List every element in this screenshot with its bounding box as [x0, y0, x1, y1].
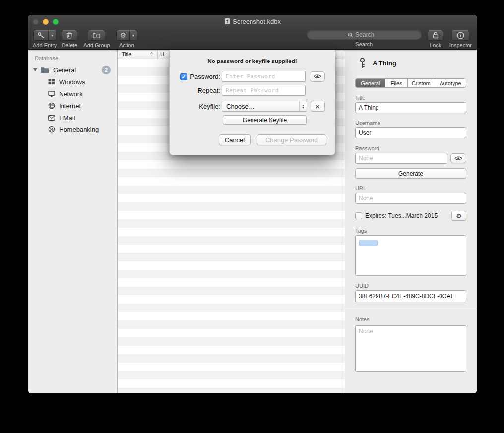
- password-field-label: Password: [355, 145, 466, 151]
- info-icon: [457, 32, 464, 39]
- envelope-icon: [48, 115, 55, 121]
- key-icon: [359, 58, 366, 69]
- tab-files[interactable]: Files: [385, 79, 407, 87]
- entry-title: A Thing: [373, 60, 396, 67]
- tab-autotype[interactable]: Autotype: [435, 79, 466, 87]
- expires-checkbox[interactable]: [355, 212, 362, 219]
- generate-keyfile-row: Generate Keyfile: [180, 115, 325, 125]
- sidebar-item-homebanking[interactable]: Homebanking: [28, 124, 117, 135]
- search-field[interactable]: [307, 30, 422, 40]
- disclosure-triangle-icon[interactable]: [33, 68, 37, 71]
- sort-ascending-icon: ^: [150, 52, 157, 57]
- column-header-title[interactable]: Title: [118, 51, 150, 57]
- repeat-row: Repeat:: [180, 85, 325, 96]
- lock-label: Lock: [430, 42, 441, 48]
- globe-icon: [48, 102, 55, 109]
- add-entry-button[interactable]: ▾: [33, 30, 56, 41]
- repeat-label: Repeat:: [180, 87, 222, 94]
- clear-keyfile-button[interactable]: ×: [311, 101, 325, 112]
- change-password-button[interactable]: Change Password: [257, 134, 326, 145]
- inspector-divider: [345, 309, 477, 309]
- add-group-label: Add Group: [83, 42, 110, 48]
- expires-label: Expires: Tues...March 2015: [365, 212, 438, 219]
- keyfile-row: Keyfile: Choose… ▴▾ ×: [180, 101, 325, 112]
- repeat-password-input[interactable]: [222, 85, 306, 96]
- enter-password-input[interactable]: [222, 71, 306, 82]
- toolbar-item-action: ⚙ ▾ Action: [116, 30, 138, 48]
- folder-icon: [41, 67, 49, 73]
- sidebar-item-internet[interactable]: Internet: [28, 100, 117, 112]
- add-entry-dropdown-arrow[interactable]: ▾: [48, 30, 56, 40]
- username-field[interactable]: [355, 127, 466, 138]
- sidebar-section-header: Database: [35, 55, 117, 61]
- username-field-label: Username: [355, 120, 466, 126]
- password-field[interactable]: [355, 153, 447, 164]
- uuid-field[interactable]: [355, 290, 466, 302]
- toolbar-item-add-entry: ▾ Add Entry: [33, 30, 57, 48]
- search-icon: [348, 32, 353, 38]
- chevron-down-icon: ▾: [51, 33, 53, 38]
- gear-icon: ⚙: [456, 212, 462, 220]
- reveal-password-button[interactable]: [310, 71, 325, 82]
- chevron-down-icon: ▾: [132, 33, 134, 38]
- key-plus-icon: [34, 30, 48, 40]
- sidebar-item-general[interactable]: General 2: [28, 64, 117, 76]
- delete-label: Delete: [62, 42, 77, 48]
- tags-label: Tags: [355, 228, 466, 234]
- tags-box[interactable]: [355, 235, 466, 276]
- desktop-background: Screenshot.kdbx ▾ Add Entry: [0, 0, 504, 433]
- toolbar-item-delete: Delete: [62, 30, 77, 48]
- column-header-username[interactable]: U: [158, 51, 164, 57]
- windows-icon: [48, 79, 55, 85]
- uuid-label: UUID: [355, 283, 466, 289]
- action-button[interactable]: ⚙ ▾: [116, 30, 138, 41]
- reveal-password-button[interactable]: [450, 153, 466, 163]
- title-field[interactable]: [355, 102, 466, 113]
- trash-icon: [66, 32, 72, 39]
- folder-plus-icon: [93, 32, 100, 38]
- expires-settings-button[interactable]: ⚙: [451, 211, 466, 221]
- url-field[interactable]: [355, 193, 466, 204]
- inspector-panel: A Thing General Files Custom Autotype Ti…: [345, 50, 477, 393]
- eye-icon: [454, 156, 462, 161]
- add-group-button[interactable]: [88, 30, 105, 41]
- sidebar: Database General 2 Windows Network Inter…: [28, 50, 118, 393]
- inspector-label: Inspector: [449, 42, 472, 48]
- lock-button[interactable]: [428, 30, 443, 41]
- action-dropdown-arrow[interactable]: ▾: [129, 30, 137, 40]
- sidebar-item-windows[interactable]: Windows: [28, 76, 117, 88]
- coin-percent-icon: [48, 126, 55, 133]
- keyfile-label: Keyfile:: [180, 103, 222, 110]
- group-label: Homebanking: [59, 126, 99, 133]
- notes-label: Notes: [355, 316, 466, 322]
- group-label: Network: [59, 90, 83, 98]
- dialog-form: Password: Repeat: Keyfile: Choose… ▴▾: [170, 71, 335, 125]
- app-window: Screenshot.kdbx ▾ Add Entry: [28, 15, 477, 393]
- change-password-dialog: No password or keyfile supplied! ✓ Passw…: [169, 50, 335, 155]
- entry-count-badge: 2: [102, 66, 111, 74]
- window-title: Screenshot.kdbx: [28, 18, 477, 25]
- toolbar-item-search: Search: [307, 30, 422, 48]
- group-label: Windows: [59, 78, 85, 86]
- keyfile-popup-value: Choose…: [226, 103, 255, 110]
- eye-icon: [314, 74, 321, 79]
- dialog-message: No password or keyfile supplied!: [170, 50, 335, 64]
- sidebar-item-network[interactable]: Network: [28, 88, 117, 100]
- cancel-button[interactable]: Cancel: [219, 134, 251, 145]
- tag-chip[interactable]: [359, 240, 378, 246]
- inspector-toggle-button[interactable]: [452, 30, 469, 41]
- password-checkbox[interactable]: ✓: [180, 73, 187, 80]
- generate-keyfile-button[interactable]: Generate Keyfile: [223, 115, 307, 125]
- expires-row: Expires: Tues...March 2015 ⚙: [355, 211, 466, 221]
- search-input[interactable]: [355, 31, 380, 38]
- delete-button[interactable]: [62, 30, 77, 41]
- sidebar-item-email[interactable]: EMail: [28, 112, 117, 124]
- tab-custom[interactable]: Custom: [407, 79, 435, 87]
- keyfile-popup[interactable]: Choose… ▴▾: [222, 101, 307, 112]
- tab-general[interactable]: General: [356, 79, 385, 87]
- dialog-buttons: Cancel Change Password: [219, 134, 326, 145]
- generate-password-button[interactable]: Generate: [355, 168, 466, 179]
- lock-icon: [433, 32, 439, 39]
- notes-field[interactable]: [355, 325, 466, 372]
- network-icon: [48, 91, 55, 97]
